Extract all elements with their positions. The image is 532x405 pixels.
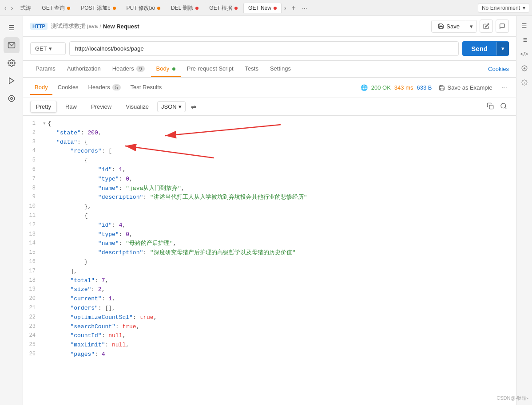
json-type-select[interactable]: JSON ▾ [157, 101, 186, 112]
save-main-btn[interactable]: Save [432, 20, 466, 32]
response-more-btn[interactable]: ··· [500, 83, 509, 93]
tab-item-3[interactable]: PUT 修改bo [122, 2, 165, 14]
line-number: 24 [27, 331, 43, 340]
format-pretty-btn[interactable]: Pretty [30, 101, 57, 113]
resp-tab-label: Body [35, 84, 48, 90]
tab-item-0[interactable]: 式涛 [16, 2, 36, 14]
line-content: "id": 1, [43, 165, 512, 175]
json-line: 9 "description": "讲述当代打工人从入学被坑到弃坑投奔其他行业的… [23, 193, 516, 202]
left-sidebar: ☰ [0, 16, 23, 405]
method-select[interactable]: GET ▾ [30, 42, 66, 55]
resp-tab-headers[interactable]: Headers 5 [84, 80, 125, 95]
globe-icon: 🌐 [361, 84, 368, 91]
req-tab-settings[interactable]: Settings [265, 61, 296, 77]
search-response-btn[interactable] [498, 101, 509, 113]
breadcrumb: 测试请求数据 java / New Request [51, 22, 139, 30]
format-preview-btn[interactable]: Preview [85, 101, 117, 113]
line-content: "name": "java从入门到放弃", [43, 184, 512, 193]
sidebar-settings-icon[interactable] [4, 55, 20, 71]
req-tab-auth[interactable]: Authorization [62, 61, 106, 77]
resp-tab-test-results[interactable]: Test Results [126, 80, 167, 95]
json-line: 23 "searchCount": true, [23, 322, 516, 332]
svg-point-4 [10, 98, 12, 100]
format-visualize-btn[interactable]: Visualize [120, 101, 155, 113]
tab-prev-btn[interactable]: ‹ [3, 4, 8, 12]
breadcrumb-separator: / [99, 23, 101, 30]
line-number: 21 [27, 304, 43, 312]
cookies-link[interactable]: Cookies [488, 66, 509, 72]
json-line: 25 "maxLimit": null, [23, 341, 516, 350]
right-sidebar-list-btn[interactable] [518, 34, 531, 46]
tab-more-nav-btn[interactable]: › [282, 4, 288, 12]
send-button-group: Send ▾ [462, 41, 509, 56]
json-line: 21 "orders": [], [23, 304, 516, 313]
tab-add-btn[interactable]: + [289, 3, 298, 13]
copy-response-btn[interactable] [485, 101, 496, 113]
sidebar-menu-icon[interactable]: ☰ [4, 20, 20, 35]
line-number: 15 [27, 248, 43, 257]
line-number: 26 [27, 350, 43, 358]
format-raw-btn[interactable]: Raw [60, 101, 83, 113]
tab-item-6[interactable]: GET New [243, 3, 282, 13]
right-sidebar-menu-btn[interactable]: ☰ [518, 20, 531, 32]
svg-point-3 [8, 95, 15, 102]
save-label: Save [446, 23, 460, 30]
env-arrow-icon: ▾ [523, 5, 525, 11]
tab-more-btn[interactable]: ··· [299, 4, 310, 12]
line-number: 23 [27, 322, 43, 331]
response-status-bar: Body Cookies Headers 5 Test Results 🌐 [23, 78, 516, 98]
env-label: No Environment [482, 5, 520, 11]
save-example-btn[interactable]: Save as Example [435, 83, 496, 93]
resp-tab-body[interactable]: Body [30, 80, 52, 95]
right-sidebar-add-btn[interactable] [518, 62, 531, 75]
json-line: 13 "type": 0, [23, 230, 516, 240]
line-number: 17 [27, 267, 43, 275]
url-input[interactable] [69, 41, 459, 56]
body-format-bar: Pretty Raw Preview Visualize JSON ▾ ⇌ [23, 98, 516, 116]
json-line: 12 "id": 4, [23, 221, 516, 230]
sidebar-play-icon[interactable] [4, 73, 20, 89]
request-header: HTTP 测试请求数据 java / New Request Save ▾ [23, 16, 516, 37]
send-main-btn[interactable]: Send [462, 41, 496, 56]
right-sidebar-info-btn[interactable] [518, 76, 531, 89]
req-tab-params[interactable]: Params [30, 61, 61, 77]
tab-label: GET 查询 [42, 4, 65, 12]
save-button-group: Save ▾ [431, 20, 477, 33]
line-content: "description": "讲述当代打工人从入学被坑到弃坑投奔其他行业的悲惨… [43, 193, 512, 202]
json-line: 5 { [23, 156, 516, 165]
tab-label: PUT 修改bo [127, 4, 155, 12]
wrap-lines-btn[interactable]: ⇌ [188, 102, 199, 112]
json-type-label: JSON [161, 103, 177, 110]
json-line: 8 "name": "java从入门到放弃", [23, 184, 516, 193]
line-content: }, [43, 202, 512, 212]
req-tab-tests[interactable]: Tests [240, 61, 264, 77]
sidebar-mail-icon[interactable] [4, 37, 20, 53]
req-tab-headers[interactable]: Headers 9 [107, 61, 150, 77]
req-tab-prereq[interactable]: Pre-request Script [182, 61, 239, 77]
line-content: } [43, 258, 512, 267]
tab-item-2[interactable]: POST 添加b [76, 2, 120, 14]
tab-item-1[interactable]: GET 查询 [37, 2, 75, 14]
line-content: "countId": null, [43, 331, 512, 341]
env-selector[interactable]: No Environment ▾ [478, 3, 529, 13]
line-number: 14 [27, 239, 43, 248]
request-tabs: Params Authorization Headers 9 Body Pre-… [23, 61, 516, 78]
edit-btn[interactable] [480, 20, 493, 33]
tab-item-5[interactable]: GET 根据 [204, 2, 242, 14]
json-type-arrow-icon: ▾ [179, 103, 182, 110]
resp-tab-cookies[interactable]: Cookies [53, 80, 83, 95]
tab-dot [274, 7, 277, 10]
tab-item-4[interactable]: DEL 删除 [166, 2, 203, 14]
tab-bar: ‹ › 式涛 GET 查询 POST 添加b PUT 修改bo DEL 删除 G… [0, 0, 532, 16]
req-tab-body[interactable]: Body [151, 61, 181, 77]
right-sidebar-code-btn[interactable]: </> [518, 48, 531, 60]
json-line: 11 { [23, 212, 516, 221]
method-label: GET [35, 45, 47, 52]
req-tab-badge: 9 [136, 66, 144, 72]
save-dropdown-btn[interactable]: ▾ [466, 20, 476, 32]
sidebar-circle-icon[interactable] [4, 90, 20, 106]
send-dropdown-btn[interactable]: ▾ [496, 42, 509, 55]
comment-btn[interactable] [496, 20, 509, 33]
tab-next-btn[interactable]: › [9, 4, 15, 12]
line-number: 22 [27, 313, 43, 322]
